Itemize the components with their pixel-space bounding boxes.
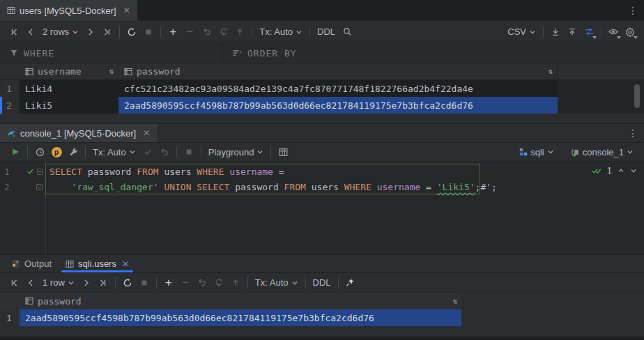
previous-page-button[interactable] [22, 275, 39, 291]
chevron-down-icon [68, 279, 75, 286]
next-page-button[interactable] [82, 24, 99, 40]
tx-mode-dropdown[interactable]: Tx: Auto [89, 144, 139, 160]
table-row[interactable]: 2 Liki5 2aad5890595ccf4598b787b99ab563d0… [0, 97, 644, 114]
sort-toggle-icon[interactable]: ⇅ [109, 67, 114, 76]
cell-password-selected[interactable]: 2aad5890595ccf4598b787b99ab563d0d66ec821… [20, 309, 461, 326]
cell-password[interactable]: cfc521c23482ac93a09584ad2e139c4a7fc87077… [118, 80, 558, 97]
sql-editor[interactable]: 1 – SELECT password FROM users WHERE use… [0, 162, 644, 254]
rollback-button[interactable] [215, 24, 231, 40]
editor-line[interactable]: 1 – SELECT password FROM users WHERE use… [0, 164, 644, 179]
submit-button[interactable] [231, 24, 248, 40]
table-layout-icon [279, 148, 288, 157]
pin-tab-button[interactable] [342, 275, 359, 291]
chevron-down-icon[interactable] [630, 167, 637, 174]
last-page-button[interactable] [95, 275, 112, 291]
table-row[interactable]: 1 2aad5890595ccf4598b787b99ab563d0d66ec8… [0, 309, 644, 326]
fold-marker-icon[interactable]: – [36, 184, 43, 190]
revert-changes-button[interactable] [194, 275, 210, 291]
cell-username[interactable]: Liki5 [20, 97, 118, 114]
stop-query-button[interactable] [140, 24, 157, 40]
stop-query-button[interactable] [136, 275, 153, 291]
table-row[interactable]: 1 Liki4 cfc521c23482ac93a09584ad2e139c4a… [0, 80, 644, 97]
tab-result-sqli-users[interactable]: sqli.users ✕ [59, 255, 136, 272]
reload-data-button[interactable] [123, 24, 140, 40]
parameters-button[interactable]: p [48, 144, 65, 160]
settings-button[interactable] [622, 24, 638, 40]
cell-username[interactable]: Liki4 [20, 80, 118, 97]
rollback-icon [219, 27, 228, 36]
order-by-input[interactable]: ORDER BY [223, 43, 644, 63]
session-selector-dropdown[interactable]: console_1 [567, 144, 637, 160]
chevron-down-icon [627, 148, 634, 155]
stop-icon [185, 148, 193, 156]
add-row-button[interactable]: + [160, 275, 177, 291]
page-size-dropdown[interactable]: 1 row [39, 275, 78, 291]
submit-button[interactable] [227, 275, 244, 291]
cell-password-selected[interactable]: 2aad5890595ccf4598b787b99ab563d0d66ec821… [118, 97, 558, 114]
chevron-up-icon[interactable] [618, 167, 624, 174]
schema-icon [519, 148, 528, 156]
rollback-button[interactable] [156, 144, 173, 160]
tab-users-table[interactable]: users [MySQL5-Docker] ✕ [0, 0, 137, 21]
export-data-button[interactable] [547, 24, 564, 40]
ddl-label: DDL [313, 277, 331, 288]
last-page-button[interactable] [99, 24, 116, 40]
more-options-button[interactable]: ⋮ [624, 125, 641, 141]
tab-console[interactable]: console_1 [MySQL5-Docker] ✕ [0, 124, 157, 142]
ddl-button[interactable]: DDL [314, 24, 339, 40]
last-page-icon [99, 279, 107, 287]
import-data-button[interactable] [564, 24, 581, 40]
upload-icon [568, 28, 576, 36]
next-page-button[interactable] [78, 275, 95, 291]
sort-toggle-icon[interactable]: ⇅ [548, 67, 553, 76]
tab-output[interactable]: Output [4, 255, 59, 272]
table-icon [7, 6, 15, 15]
editor-line[interactable]: 2 – 'raw_sql_danger' UNION SELECT passwo… [0, 179, 644, 194]
page-size-dropdown[interactable]: 2 rows [39, 24, 82, 40]
schema-selector-dropdown[interactable]: sqli [516, 144, 558, 160]
stop-button[interactable] [181, 144, 197, 160]
column-header-password[interactable]: password ⇅ [20, 293, 461, 309]
ddl-button[interactable]: DDL [309, 275, 335, 291]
result-tab-bar: Output sqli.users ✕ [0, 254, 644, 273]
column-header-username[interactable]: username ⇅ [20, 63, 118, 79]
first-page-button[interactable] [6, 275, 22, 291]
view-options-button[interactable] [605, 24, 622, 40]
query-history-button[interactable] [31, 144, 48, 160]
close-icon[interactable]: ✕ [122, 259, 129, 269]
parameter-p-icon: p [52, 147, 62, 157]
first-page-button[interactable] [6, 24, 22, 40]
output-icon [11, 259, 20, 268]
playground-mode-dropdown[interactable]: Playground [205, 144, 268, 160]
delete-row-button[interactable]: − [177, 275, 194, 291]
column-header-password[interactable]: password ⇅ [118, 63, 558, 79]
find-button[interactable] [339, 24, 355, 40]
delete-row-button[interactable]: − [181, 24, 198, 40]
execute-button[interactable] [7, 144, 24, 160]
rollback-button[interactable] [210, 275, 227, 291]
revert-changes-button[interactable] [198, 24, 215, 40]
more-options-button[interactable]: ⋮ [624, 2, 641, 19]
where-filter-input[interactable]: WHERE [0, 43, 223, 63]
download-icon [551, 28, 560, 36]
reload-data-button[interactable] [119, 275, 136, 291]
output-layout-button[interactable] [275, 144, 291, 160]
sort-toggle-icon[interactable]: ⇅ [452, 297, 457, 306]
tx-mode-dropdown[interactable]: Tx: Auto [256, 24, 306, 40]
vertical-scrollbar[interactable] [634, 84, 640, 108]
close-icon[interactable]: ✕ [123, 6, 130, 15]
console-settings-button[interactable] [65, 144, 82, 160]
commit-button[interactable] [139, 144, 156, 160]
wrench-icon [69, 148, 78, 157]
close-icon[interactable]: ✕ [143, 128, 150, 138]
add-row-button[interactable]: + [164, 24, 181, 40]
export-format-dropdown[interactable]: CSV [504, 24, 539, 40]
compare-button[interactable] [581, 24, 597, 40]
double-check-icon [592, 167, 601, 175]
clock-icon [36, 148, 45, 157]
chevron-down-icon [547, 148, 554, 155]
stop-icon [144, 28, 153, 36]
fold-marker-icon[interactable]: – [37, 169, 43, 175]
tx-mode-dropdown[interactable]: Tx: Auto [252, 275, 302, 291]
previous-page-button[interactable] [22, 24, 39, 40]
